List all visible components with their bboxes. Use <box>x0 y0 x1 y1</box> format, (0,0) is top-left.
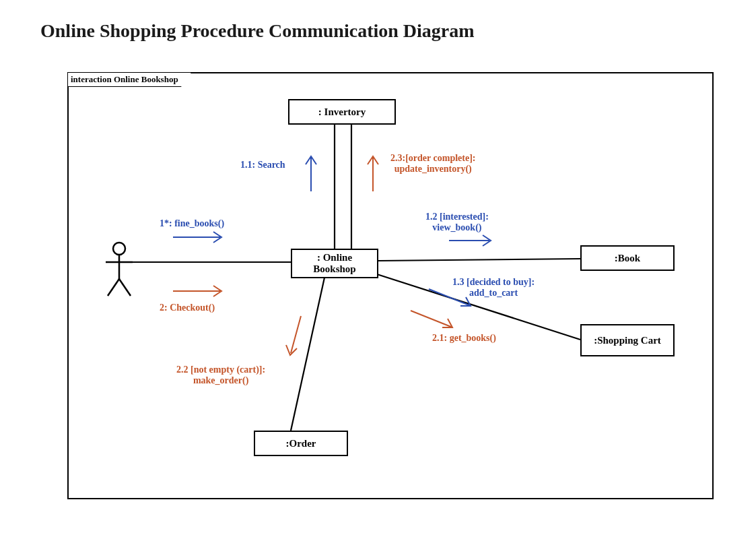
msg-view-book-line1: 1.2 [interested]: <box>425 212 489 222</box>
svg-line-4 <box>119 279 131 296</box>
msg-add-to-cart: 1.3 [decided to buy]: add_to_cart <box>452 277 535 298</box>
page-title: Online Shopping Procedure Communication … <box>40 20 475 42</box>
interaction-frame: interaction Online Bookshop <box>67 72 714 499</box>
msg-add-to-cart-line1: 1.3 [decided to buy]: <box>452 277 535 287</box>
arrow-checkout <box>173 286 221 296</box>
msg-view-book: 1.2 [interested]: view_book() <box>425 212 489 233</box>
msg-add-to-cart-line2: add_to_cart <box>469 288 518 298</box>
msg-make-order-line1: 2.2 [not empty (cart)]: <box>176 365 265 375</box>
msg-checkout: 2: Checkout() <box>160 303 215 313</box>
msg-search: 1.1: Search <box>240 160 285 170</box>
msg-fine-books: 1*: fine_books() <box>160 218 224 229</box>
object-order: :Order <box>254 431 348 456</box>
arrow-fine-books <box>173 232 221 243</box>
msg-view-book-line2: view_book() <box>432 222 481 232</box>
msg-update-inventory: 2.3:[order complete]: update_inventory() <box>390 153 475 175</box>
conn-bookshop-book <box>378 259 580 261</box>
object-shopping-cart: :Shopping Cart <box>580 324 675 356</box>
msg-make-order: 2.2 [not empty (cart)]: make_order() <box>176 365 265 386</box>
svg-line-3 <box>108 279 119 296</box>
arrow-get-books <box>411 311 452 327</box>
msg-update-inventory-line2: update_inventory() <box>394 164 472 174</box>
arrow-make-order <box>286 316 301 355</box>
msg-get-books: 2.1: get_books() <box>432 333 496 344</box>
svg-point-0 <box>113 243 125 255</box>
object-book: :Book <box>580 245 675 271</box>
msg-update-inventory-line1: 2.3:[order complete]: <box>390 153 475 163</box>
conn-bookshop-order <box>291 278 324 431</box>
connector-canvas <box>69 73 712 498</box>
arrow-view-book <box>449 235 491 246</box>
actor-icon <box>106 243 133 296</box>
svg-line-12 <box>291 316 301 353</box>
arrow-search <box>306 156 316 191</box>
object-online-bookshop: : Online Bookshop <box>291 249 378 278</box>
svg-line-11 <box>411 311 451 327</box>
object-inventory: : Invertory <box>288 99 396 125</box>
arrow-update-inventory <box>368 156 378 191</box>
msg-make-order-line2: make_order() <box>193 375 248 385</box>
frame-label: interaction Online Bookshop <box>68 73 191 87</box>
